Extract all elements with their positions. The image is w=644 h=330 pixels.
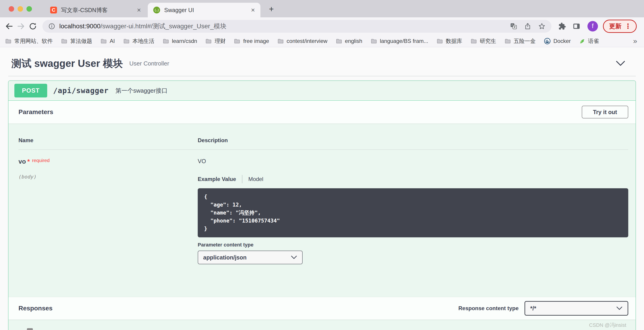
bookmark-item-ai[interactable]: AI: [100, 38, 115, 44]
bookmarks-bar: 常用网站、软件 算法做题 AI 本地生活 learn/csdn 理财 free …: [0, 35, 644, 47]
folder-icon: [61, 38, 68, 44]
tab-csdn-blog[interactable]: C 写文章-CSDN博客 ×: [45, 3, 146, 17]
parameter-content-type-label: Parameter content type: [198, 242, 628, 248]
tab-model[interactable]: Model: [248, 176, 263, 182]
swagger-favicon-icon: {…}: [153, 7, 160, 14]
menu-kebab-icon[interactable]: ⋮: [624, 23, 632, 30]
folder-icon: [504, 38, 511, 44]
close-tab-icon[interactable]: ×: [251, 7, 255, 14]
parameter-name: vo: [18, 158, 26, 165]
bookmarks-overflow-chevron[interactable]: »: [633, 37, 639, 45]
docker-icon: [544, 38, 551, 45]
required-label: required: [32, 158, 50, 163]
parameters-title: Parameters: [18, 108, 53, 116]
folder-icon: [370, 38, 377, 44]
operation-summary-row[interactable]: POST /api/swagger 第一个swagger接口: [8, 81, 636, 101]
tab-separator: [242, 175, 242, 183]
folder-icon: [100, 38, 107, 44]
tag-description: User Controller: [129, 60, 169, 67]
status-bubble: [27, 328, 33, 330]
side-panel-icon[interactable]: [572, 22, 580, 30]
tab-example-value[interactable]: Example Value: [198, 176, 236, 182]
folder-icon: [5, 38, 12, 44]
share-icon[interactable]: [524, 23, 531, 30]
url-text: localhost:9000/swagger-ui.html#/测试_swagg…: [59, 22, 226, 31]
bookmark-item-learn-csdn[interactable]: learn/csdn: [162, 38, 197, 44]
collapse-section-chevron-down-icon[interactable]: [615, 60, 626, 67]
chevron-down-icon: [616, 306, 622, 310]
parameters-header: Parameters Try it out: [8, 101, 636, 123]
parameter-description: VO: [198, 158, 628, 165]
profile-avatar[interactable]: f: [588, 21, 598, 32]
description-column-header: Description: [198, 137, 628, 144]
browser-toolbar: localhost:9000/swagger-ui.html#/测试_swagg…: [0, 17, 644, 35]
bookmark-item-graduate[interactable]: 研究生: [470, 38, 496, 45]
tab-bar: C 写文章-CSDN博客 × {…} Swagger UI × +: [0, 0, 644, 17]
window-minimize-button[interactable]: [18, 6, 23, 12]
responses-header: Responses Response content type */*: [8, 297, 636, 319]
csdn-watermark: CSDN @冯insist: [589, 322, 626, 329]
window-fullscreen-button[interactable]: [26, 6, 32, 12]
folder-icon: [436, 38, 443, 44]
update-label: 更新: [609, 22, 622, 30]
bookmark-item-contest-interview[interactable]: contest/interview: [277, 38, 328, 44]
tag-section-header: 测试 swagger User 模块 User Controller: [8, 48, 636, 71]
reload-button[interactable]: [27, 20, 39, 32]
folder-icon: [336, 38, 342, 44]
yuque-icon: [579, 38, 586, 44]
address-bar[interactable]: localhost:9000/swagger-ui.html#/测试_swagg…: [42, 20, 552, 33]
parameter-location: (body): [18, 174, 198, 180]
tab-title: Swagger UI: [164, 7, 248, 14]
page-title: 测试 swagger User 模块: [12, 57, 123, 70]
bookmark-item-database[interactable]: 数据库: [436, 38, 462, 45]
back-button[interactable]: [3, 20, 15, 32]
browser-window: C 写文章-CSDN博客 × {…} Swagger UI × + localh…: [0, 0, 644, 330]
example-json-block: { "age": 12, "name": "冯坚持", "phone": "15…: [198, 188, 628, 237]
bookmark-item-finance[interactable]: 理财: [205, 38, 226, 45]
bookmark-item-language-bs-framework[interactable]: language/BS fram...: [370, 38, 428, 44]
bookmark-item-insurance[interactable]: 五险一金: [504, 38, 536, 45]
endpoint-path: /api/swagger: [53, 86, 108, 95]
extensions-icon[interactable]: [558, 22, 566, 30]
bookmark-star-icon[interactable]: [538, 23, 546, 30]
tab-swagger-ui[interactable]: {…} Swagger UI ×: [148, 3, 260, 17]
tab-title: 写文章-CSDN博客: [61, 7, 134, 14]
csdn-favicon-icon: C: [50, 7, 57, 14]
response-content-type-label: Response content type: [458, 305, 518, 311]
parameters-table: Name Description vo*required (body) VO E…: [8, 123, 636, 297]
folder-icon: [123, 38, 130, 44]
new-tab-button[interactable]: +: [266, 4, 276, 14]
bookmark-item-common-sites[interactable]: 常用网站、软件: [5, 38, 53, 45]
folder-icon: [277, 38, 284, 44]
forward-button[interactable]: [15, 20, 27, 32]
chevron-down-icon: [291, 255, 297, 259]
response-content-type-select[interactable]: */*: [524, 301, 628, 316]
parameter-row: vo*required (body) VO Example Value Mode…: [18, 150, 628, 264]
bookmark-item-english[interactable]: english: [336, 38, 362, 44]
try-it-out-button[interactable]: Try it out: [582, 106, 628, 118]
model-example-tabs: Example Value Model: [198, 175, 628, 183]
bookmark-item-local-life[interactable]: 本地生活: [123, 38, 154, 45]
bookmark-item-algorithm[interactable]: 算法做题: [61, 38, 92, 45]
endpoint-summary: 第一个swagger接口: [116, 87, 168, 95]
folder-icon: [205, 38, 212, 44]
site-info-icon[interactable]: [48, 23, 55, 30]
bookmark-item-docker[interactable]: Docker: [544, 38, 571, 45]
update-browser-button[interactable]: 更新 ⋮: [603, 20, 637, 33]
bookmark-item-free-image[interactable]: free image: [234, 38, 269, 44]
folder-icon: [234, 38, 240, 44]
translate-icon[interactable]: G: [510, 23, 517, 30]
bookmark-item-yuque[interactable]: 语雀: [579, 38, 599, 45]
window-controls: [9, 6, 32, 12]
name-column-header: Name: [18, 137, 198, 144]
parameter-content-type-select[interactable]: application/json: [198, 251, 302, 264]
required-asterisk: *: [27, 158, 30, 165]
swagger-page: 测试 swagger User 模块 User Controller POST …: [0, 48, 644, 330]
url-path: /swagger-ui.html#/测试_swagger_User_模块: [100, 23, 226, 30]
close-tab-icon[interactable]: ×: [137, 7, 141, 14]
folder-icon: [162, 38, 169, 44]
section-divider: [8, 76, 636, 76]
window-close-button[interactable]: [9, 6, 14, 12]
responses-title: Responses: [18, 305, 52, 312]
post-operation-block: POST /api/swagger 第一个swagger接口 Parameter…: [8, 81, 636, 330]
